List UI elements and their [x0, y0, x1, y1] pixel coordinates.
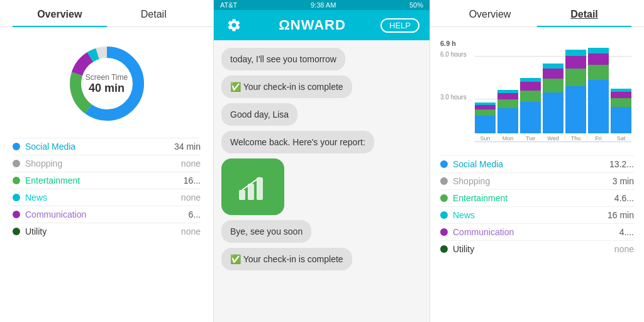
baseline [475, 142, 631, 142]
value-social: 34 min [174, 142, 201, 152]
svg-rect-6 [248, 184, 254, 200]
value-shopping: none [181, 158, 201, 169]
chat-message-2: ✅ Your check-in is complete [221, 75, 352, 98]
value-news: none [181, 192, 201, 203]
r-legend-social: Social Media 13.2... [440, 155, 634, 172]
y-label-6: 6.0 hours [440, 51, 467, 58]
left-legend: Social Media 34 min Shopping none Entert… [0, 134, 213, 322]
r-value-shopping: 3 min [613, 176, 634, 186]
xlabel-fri: Fri [595, 135, 602, 142]
bar-tue: Tue [520, 78, 541, 142]
seg-comm-sat [611, 92, 631, 98]
r-value-entertainment: 4.6... [614, 193, 634, 203]
chart-icon [234, 168, 272, 206]
r-label-news: News [453, 210, 475, 220]
seg-comm-tue [520, 82, 541, 91]
right-panel: Overview Detail 6.9 h 6.0 hours 3.0 hour… [430, 0, 644, 322]
battery: 50% [409, 1, 423, 9]
xlabel-mon: Mon [502, 135, 514, 142]
r-label-social: Social Media [453, 159, 503, 169]
seg-social-sat [611, 107, 631, 133]
legend-item-social: Social Media 34 min [13, 138, 201, 155]
y-label-3: 3.0 hours [440, 94, 467, 101]
seg-social-wed [543, 92, 564, 133]
r-label-entertainment: Entertainment [453, 193, 508, 203]
tab-overview-left[interactable]: Overview [13, 0, 107, 26]
donut-value: 40 min [86, 82, 128, 95]
donut-chart: Screen Time 40 min [0, 27, 213, 134]
dot-entertainment [13, 177, 20, 184]
help-button[interactable]: HELP [380, 18, 419, 33]
seg-ent-sat [611, 98, 631, 107]
bar-thu: Thu [565, 50, 586, 142]
dot-utility [13, 228, 20, 235]
r-legend-utility: Utility none [440, 240, 634, 257]
r-label-communication: Communication [453, 227, 514, 237]
legend-item-utility: Utility none [13, 223, 201, 240]
gear-button[interactable] [224, 15, 244, 35]
label-utility: Utility [25, 226, 47, 236]
r-dot-utility [440, 245, 448, 253]
label-entertainment: Entertainment [25, 175, 80, 186]
value-communication: 6... [189, 209, 201, 219]
bar-mon: Mon [497, 90, 518, 142]
xlabel-thu: Thu [571, 135, 581, 142]
r-label-shopping: Shopping [453, 176, 490, 186]
seg-comm-wed [543, 69, 564, 79]
left-panel: Overview Detail Screen Time 40 min [0, 0, 214, 322]
r-value-utility: none [614, 244, 634, 254]
seg-news-wed [543, 64, 564, 69]
seg-comm-thu [565, 56, 586, 69]
dot-shopping [13, 160, 20, 167]
label-communication: Communication [25, 209, 86, 219]
bar-chart: 6.9 h 6.0 hours 3.0 hours Sun [430, 27, 644, 153]
donut-wrapper: Screen Time 40 min [63, 40, 151, 128]
tab-detail-right[interactable]: Detail [537, 0, 631, 26]
seg-ent-fri [588, 65, 609, 80]
dot-news [13, 194, 20, 201]
chat-message-4: Welcome back. Here's your report: [221, 131, 374, 153]
seg-social-mon [497, 108, 518, 133]
report-icon [221, 158, 284, 215]
seg-social-sun [475, 116, 496, 133]
tab-detail-left[interactable]: Detail [107, 0, 201, 26]
value-utility: none [181, 226, 201, 236]
chat-message-1: today, I'll see you tomorrow [221, 48, 345, 70]
r-legend-news: News 16 min [440, 206, 634, 223]
bar-wed: Wed [543, 64, 564, 142]
seg-ent-sun [475, 109, 496, 116]
dot-communication [13, 211, 20, 218]
r-legend-shopping: Shopping 3 min [440, 172, 634, 189]
o-icon: Ω [279, 17, 291, 33]
value-entertainment: 16... [184, 175, 201, 186]
tab-overview-right[interactable]: Overview [443, 0, 537, 26]
label-shopping: Shopping [25, 158, 62, 169]
peak-label: 6.9 h [440, 40, 456, 47]
seg-social-tue [520, 102, 541, 133]
seg-ent-tue [520, 91, 541, 102]
r-dot-shopping [440, 177, 448, 185]
legend-item-news: News none [13, 189, 201, 206]
chat-message-3: Good day, Lisa [221, 103, 297, 126]
seg-comm-sun [475, 105, 496, 109]
chat-area[interactable]: today, I'll see you tomorrow ✅ Your chec… [214, 40, 430, 322]
xlabel-tue: Tue [526, 135, 535, 142]
middle-panel: AT&T 9:38 AM 50% ΩNWARD HELP today, I'll… [214, 0, 430, 322]
r-dot-social [440, 160, 448, 168]
bar-sun: Sun [475, 103, 496, 142]
seg-news-fri [588, 48, 609, 53]
legend-item-communication: Communication 6... [13, 206, 201, 223]
app-title: ΩNWARD [279, 17, 346, 33]
bar-sat: Sat [611, 89, 631, 142]
chat-message-5: Bye, see you soon [221, 220, 311, 243]
xlabel-sun: Sun [480, 135, 490, 142]
svg-rect-7 [257, 177, 263, 200]
r-dot-communication [440, 228, 448, 236]
seg-comm-mon [497, 93, 518, 99]
seg-comm-fri [588, 53, 609, 65]
label-social: Social Media [25, 142, 75, 152]
time: 9:38 AM [311, 1, 336, 9]
donut-title: Screen Time [86, 73, 128, 82]
status-bar: AT&T 9:38 AM 50% [214, 0, 430, 10]
dot-social [13, 143, 20, 150]
